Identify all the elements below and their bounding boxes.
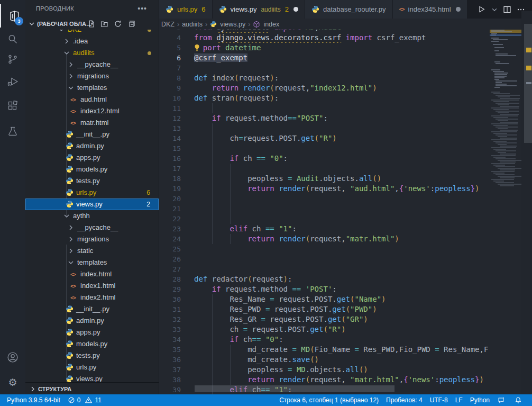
tree-item-index.html[interactable]: <>index.html (25, 268, 159, 280)
code-line-16[interactable]: 16 if ch == "0": (159, 154, 490, 164)
code-line-23[interactable]: 23 elif ch == "1": (159, 224, 490, 234)
code-line-8[interactable]: 8def index(request): (159, 73, 490, 83)
code-line-7[interactable]: 7 (159, 63, 490, 73)
tab-views.py[interactable]: views.pyaudiiits2 (213, 0, 305, 19)
breadcrumb-item[interactable]: views.py (220, 21, 245, 28)
breadcrumb-item[interactable]: DKZ (161, 21, 175, 28)
run-debug-icon[interactable] (0, 70, 25, 93)
tree-item-static[interactable]: static (25, 245, 159, 257)
code-line-14[interactable]: 14 ch=request.POST.get("R") (159, 133, 490, 143)
tab-urls.py[interactable]: urls.py6 (159, 0, 213, 19)
code-line-37[interactable]: 37 peopless = MD.objects.all() (159, 365, 490, 375)
code-line-38[interactable]: 38 return render(request, "matr.html",{'… (159, 375, 490, 385)
code-line-33[interactable]: 33 ch = request.POST.get("R") (159, 324, 490, 335)
tree-item-index12.html[interactable]: <>index12.html (25, 105, 159, 117)
tree-item-templates[interactable]: templates (25, 82, 159, 94)
modified-dot-icon[interactable] (293, 7, 298, 12)
run-dropdown-chevron-icon[interactable] (491, 6, 498, 13)
tree-item-admin.py[interactable]: admin.py (25, 315, 159, 327)
modified-dot-icon[interactable] (456, 7, 461, 12)
tree-item-admin.py[interactable]: admin.py (25, 140, 159, 152)
tab-index345.html[interactable]: <>index345.html (393, 0, 467, 19)
extensions-icon[interactable] (0, 94, 25, 118)
code-line-20[interactable]: 20 (159, 194, 490, 204)
tab-database_roouter.py[interactable]: database_roouter.py (305, 0, 393, 19)
tree-item-apps.py[interactable]: apps.py (25, 152, 159, 164)
feedback-icon[interactable] (493, 394, 511, 406)
tree-item-tests.py[interactable]: tests.py (25, 350, 159, 362)
new-folder-icon[interactable] (100, 20, 109, 28)
code-line-15[interactable]: 15 (159, 143, 490, 154)
problems-status[interactable]: 0 11 (64, 394, 105, 406)
tree-item-views.py[interactable]: views.py2 (25, 199, 159, 210)
workspace-section-header[interactable]: (РАБОЧАЯ ОБЛАСТЬ) (25, 18, 159, 30)
code-line-25[interactable]: 25 (159, 244, 490, 254)
tree-item-__init__.py[interactable]: __init__.py (25, 303, 159, 315)
code-line-17[interactable]: 17 (159, 164, 490, 174)
tree-item-audiiits[interactable]: audiiits (25, 47, 159, 59)
tree-item-apps.py[interactable]: apps.py (25, 327, 159, 338)
breadcrumb-item[interactable]: audiiits (182, 21, 203, 28)
code-line-29[interactable]: 29 if request.method == 'POST': (159, 284, 490, 294)
eol-status[interactable]: LF (452, 394, 466, 406)
tree-item-migrations[interactable]: migrations (25, 70, 159, 82)
split-editor-icon[interactable] (503, 5, 511, 14)
horizontal-scrollbar[interactable] (195, 385, 395, 392)
breadcrumb-item[interactable]: index (263, 21, 279, 28)
code-line-30[interactable]: 30 Res_Name = request.POST.get("Name") (159, 294, 490, 304)
code-line-32[interactable]: 32 Res_GR = request.POST.get("GR") (159, 314, 490, 324)
tree-item-index1.html[interactable]: <>index1.html (25, 280, 159, 292)
tree-item-templates[interactable]: templates (25, 257, 159, 268)
explorer-more-icon[interactable]: ••• (137, 4, 147, 13)
tree-item-views.py[interactable]: views.py (25, 373, 159, 382)
collapse-all-icon[interactable] (127, 20, 135, 28)
code-line-11[interactable]: 11 (159, 103, 490, 113)
code-line-35[interactable]: 35 md_create = MD(Fio_Name = Res_PWD,Fio… (159, 345, 490, 355)
encoding-status[interactable]: UTF-8 (426, 394, 452, 406)
tree-item-__pycache__[interactable]: __pycache__ (25, 59, 159, 70)
code-line-21[interactable]: 21 (159, 204, 490, 214)
code-line-22[interactable]: 22 (159, 214, 490, 224)
run-python-file-button[interactable] (477, 5, 486, 14)
tree-item-aythh[interactable]: aythh (25, 210, 159, 222)
code-line-28[interactable]: 28def redactor(request): (159, 274, 490, 284)
tree-item-urls.py[interactable]: urls.py6 (25, 187, 159, 199)
code-line-26[interactable]: 26 (159, 254, 490, 264)
language-mode-status[interactable]: Python (466, 394, 493, 406)
code-line-9[interactable]: 9 return render(request,"index12.html") (159, 83, 490, 93)
notifications-bell-icon[interactable] (511, 394, 528, 406)
explorer-icon[interactable]: 3 (0, 4, 26, 28)
code-line-6[interactable]: 6@csrf_exempt (159, 53, 490, 63)
tree-item-models.py[interactable]: models.py (25, 164, 159, 175)
tree-item-matr.html[interactable]: <>matr.html (25, 117, 159, 129)
tree-item-models.py[interactable]: models.py (25, 338, 159, 350)
tree-item-urls.py[interactable]: urls.py (25, 362, 159, 373)
account-icon[interactable] (0, 346, 25, 369)
cursor-position-status[interactable]: Строка 6, столбец 1 (выбрано 12) (276, 394, 382, 406)
minimap[interactable] (490, 30, 521, 394)
tree-item-migrations[interactable]: migrations (25, 233, 159, 245)
tree-item-aud.html[interactable]: <>aud.html (25, 94, 159, 105)
code-line-10[interactable]: 10def stran(request): (159, 93, 490, 103)
tree-item-__pycache__[interactable]: __pycache__ (25, 222, 159, 233)
new-file-icon[interactable] (87, 20, 96, 28)
code-line-31[interactable]: 31 Res_PWD = request.POST.get("PWD") (159, 304, 490, 314)
lightbulb-icon[interactable] (193, 43, 203, 52)
tree-item-DKZ[interactable]: DKZ (25, 30, 159, 35)
outline-section-header[interactable]: СТРУКТУРА (25, 382, 159, 394)
code-line-24[interactable]: 24 return render(request,"matr.html") (159, 234, 490, 244)
refresh-icon[interactable] (114, 20, 122, 28)
tree-item-tests.py[interactable]: tests.py (25, 175, 159, 187)
source-control-icon[interactable] (0, 48, 25, 71)
code-line-12[interactable]: 12 if request.method=="POST": (159, 113, 490, 123)
code-editor[interactable]: 3from aythh.models import MD,Audit4from … (159, 30, 532, 394)
settings-gear-icon[interactable]: ⚙ (0, 371, 25, 394)
code-line-4[interactable]: 4from django.views.decorators.csrf impor… (159, 33, 490, 43)
python-interpreter-status[interactable]: Python 3.9.5 64-bit (3, 394, 64, 406)
code-line-34[interactable]: 34 if ch== "0": (159, 335, 490, 345)
tree-item-index2.html[interactable]: <>index2.html (25, 292, 159, 303)
code-line-18[interactable]: 18 peopless = Audit.objects.all() (159, 174, 490, 184)
indentation-status[interactable]: Пробелов: 4 (382, 394, 426, 406)
code-line-19[interactable]: 19 return render(request, "aud.html",{'n… (159, 184, 490, 194)
testing-beaker-icon[interactable] (0, 120, 25, 143)
